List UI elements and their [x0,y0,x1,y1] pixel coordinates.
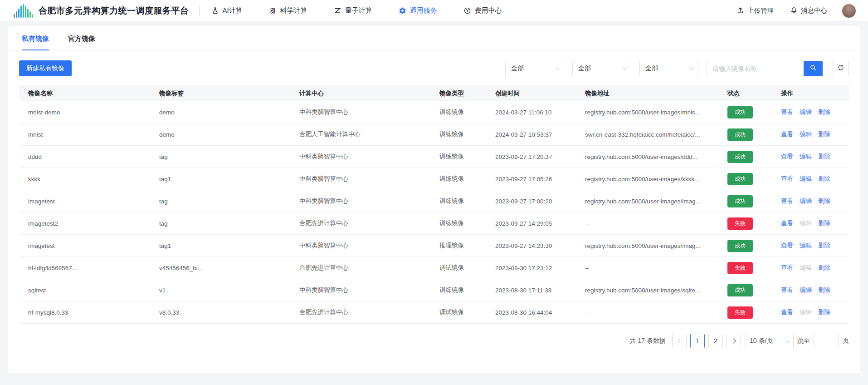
quantum-icon [334,7,341,15]
chevron-right-icon [731,338,736,343]
status-badge: 失败 [727,262,753,274]
gear-icon [399,7,406,15]
table-row: dddd tag 中科类脑智算中心 训练镜像 2023-09-27 17:20:… [19,146,849,168]
image-tag-cell: tag1 [159,242,299,249]
main-nav: AI计算 科学计算 量子计算 通用服务 费用中心 [211,6,502,15]
edit-link[interactable]: 编辑 [800,130,812,138]
page-button-1[interactable]: 1 [690,334,705,348]
status-badge: 成功 [727,284,753,296]
compute-center-cell: 中科类脑智算中心 [299,108,439,116]
table-row: sqltest v1 中科类脑智算中心 训练镜像 2023-08-30 17:1… [19,279,849,301]
view-link[interactable]: 查看 [781,108,793,116]
view-link[interactable]: 查看 [781,264,793,272]
status-badge: 成功 [727,106,753,118]
delete-link[interactable]: 删除 [818,175,830,183]
image-tabs: 私有镜像 官方镜像 [8,26,860,50]
user-avatar[interactable] [842,4,856,18]
created-time-cell: 2023-09-27 14:29:05 [495,220,585,227]
image-type-cell: 训练镜像 [439,130,495,138]
image-name-cell: dddd [19,153,159,160]
edit-link[interactable]: 编辑 [800,108,812,116]
jump-page-input[interactable] [814,334,839,348]
created-time-cell: 2023-09-27 17:00:20 [495,198,585,205]
filter-select-2[interactable]: 全部 [572,61,631,76]
upload-management-button[interactable]: 上传管理 [736,6,774,15]
col-header-actions: 操作 [781,89,849,98]
view-link[interactable]: 查看 [781,197,793,205]
nav-item-ai-compute[interactable]: AI计算 [211,6,243,15]
prev-page-button[interactable] [672,334,687,348]
nav-label: 通用服务 [410,6,437,15]
delete-link[interactable]: 删除 [818,264,830,272]
col-header-image-type: 镜像类型 [439,89,495,98]
view-link[interactable]: 查看 [781,286,793,294]
top-header: 合肥市多元异构算力统一调度服务平台 AI计算 科学计算 量子计算 通用服务 费用… [0,0,868,22]
next-page-button[interactable] [727,334,741,348]
image-type-cell: 调试镜像 [439,264,495,272]
create-private-image-button[interactable]: 新建私有镜像 [19,60,72,76]
created-time-cell: 2023-09-27 17:05:26 [495,176,585,183]
edit-link[interactable]: 编辑 [800,153,812,161]
nav-label: 费用中心 [475,6,502,15]
delete-link[interactable]: 删除 [818,308,830,316]
filter-value: 全部 [511,64,524,73]
image-type-cell: 训练镜像 [439,153,495,161]
filter-select-3[interactable]: 全部 [639,61,698,76]
page-button-2[interactable]: 2 [708,334,723,348]
nav-item-quantum-compute[interactable]: 量子计算 [334,6,372,15]
created-time-cell: 2024-03-27 10:53:37 [495,131,585,138]
delete-link[interactable]: 删除 [818,153,830,161]
edit-link: 编辑 [800,308,812,316]
image-type-cell: 训练镜像 [439,108,495,116]
nav-label: 科学计算 [280,6,307,15]
delete-link[interactable]: 删除 [818,108,830,116]
nav-item-scientific-compute[interactable]: 科学计算 [269,6,307,15]
page-size-select[interactable]: 10 条/页 [745,334,794,348]
image-address-cell: swr.cn-east-332.hefeiaicc.com/hefeiaicc/… [585,131,727,138]
edit-link[interactable]: 编辑 [800,175,812,183]
refresh-button[interactable] [833,61,849,76]
tab-private-images[interactable]: 私有镜像 [22,35,49,50]
image-address-cell: registry.hub.com:5000/user-images/imag..… [585,198,727,205]
delete-link[interactable]: 删除 [818,219,830,227]
platform-logo-icon [14,4,33,18]
tab-official-images[interactable]: 官方镜像 [68,35,95,50]
chevron-down-icon [689,65,694,70]
image-name-cell: kkkk [19,176,159,183]
view-link[interactable]: 查看 [781,308,793,316]
message-center-button[interactable]: 消息中心 [790,6,827,15]
edit-link[interactable]: 编辑 [800,242,812,250]
view-link[interactable]: 查看 [781,175,793,183]
view-link[interactable]: 查看 [781,219,793,227]
search-input[interactable] [707,61,804,76]
delete-link[interactable]: 删除 [818,197,830,205]
edit-link[interactable]: 编辑 [800,197,812,205]
view-link[interactable]: 查看 [781,153,793,161]
view-link[interactable]: 查看 [781,130,793,138]
edit-link[interactable]: 编辑 [800,286,812,294]
row-actions: 查看 编辑 删除 [781,175,849,183]
nav-item-billing-center[interactable]: 费用中心 [463,6,502,15]
image-tag-cell: tag [159,220,299,227]
status-badge: 失败 [727,217,753,230]
edit-link: 编辑 [800,264,812,272]
toolbar-filters: 全部 全部 全部 [505,61,849,76]
delete-link[interactable]: 删除 [818,130,830,138]
image-name-cell: imagetest2 [19,220,159,227]
search-button[interactable] [804,61,823,76]
row-actions: 查看 编辑 删除 [781,264,849,272]
col-header-compute-center: 计算中心 [299,89,439,98]
compute-center-cell: 中科类脑智算中心 [299,175,439,183]
delete-link[interactable]: 删除 [818,286,830,294]
view-link[interactable]: 查看 [781,242,793,250]
compute-center-cell: 中科类脑智算中心 [299,197,439,205]
delete-link[interactable]: 删除 [818,242,830,250]
image-address-cell: registry.hub.com:5000/user-images/mnis..… [585,109,727,116]
filter-select-1[interactable]: 全部 [505,61,564,76]
image-type-cell: 调试镜像 [439,308,495,316]
image-type-cell: 推理镜像 [439,242,495,250]
atom-icon [269,7,277,15]
row-actions: 查看 编辑 删除 [781,197,849,205]
col-header-image-tag: 镜像标签 [159,89,299,98]
nav-item-general-services[interactable]: 通用服务 [399,6,437,15]
